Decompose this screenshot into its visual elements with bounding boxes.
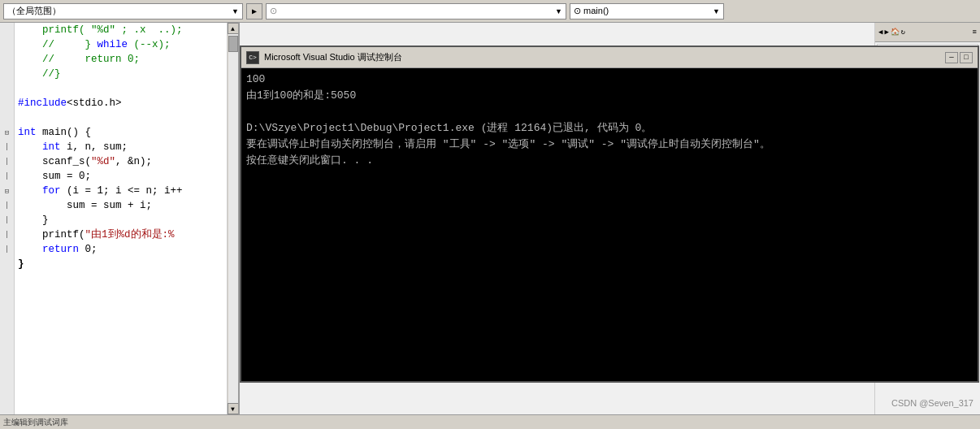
console-titlebar: C> Microsoft Visual Studio 调试控制台 — □	[241, 47, 978, 68]
console-line-4: D:\VSzye\Project1\Debug\Project1.exe (进程…	[246, 120, 973, 136]
console-app-icon: C>	[246, 51, 259, 64]
scroll-down-arrow[interactable]: ▼	[228, 403, 239, 414]
code-line-7	[15, 110, 227, 125]
code-line-11: sum = 0;	[15, 169, 227, 184]
console-window-controls: — □	[945, 52, 973, 63]
gutter-row-15: |	[2, 228, 12, 242]
code-line-14: }	[15, 213, 227, 228]
gutter-row-9: |	[2, 140, 12, 154]
gutter-row-6	[2, 96, 12, 110]
context-icon: ⊙	[270, 6, 277, 16]
scroll-track[interactable]	[228, 34, 238, 403]
console-line-5: 要在调试停止时自动关闭控制台，请启用 "工具" -> "选项" -> "调试" …	[246, 136, 973, 153]
gutter-row-17	[2, 257, 12, 271]
top-toolbar: （全局范围） ▼ ▶ ⊙ ▼ ⊙ main() ▼	[0, 0, 980, 23]
gutter-row-14: |	[2, 213, 12, 228]
context-arrow: ▼	[555, 7, 562, 15]
code-line-15: printf("由1到%d的和是:%	[15, 228, 227, 242]
sidebar-btn-back[interactable]: ◀	[878, 28, 882, 37]
csdn-watermark: CSDN @Seven_317	[891, 398, 973, 408]
console-line-3	[246, 104, 973, 120]
scope-label: （全局范围）	[7, 5, 61, 17]
code-area: ⊟ | | | ⊟ | | | | printf( "%d" ; .x ..);…	[0, 23, 238, 414]
console-title-text: Microsoft Visual Studio 调试控制台	[264, 51, 945, 63]
code-line-5	[15, 81, 227, 96]
sidebar-btn-refresh[interactable]: ↻	[901, 28, 905, 37]
console-line-2: 由1到100的和是:5050	[246, 88, 973, 104]
scroll-thumb[interactable]	[228, 36, 238, 52]
sidebar-btn-fwd[interactable]: ▶	[884, 28, 888, 37]
code-line-4: //}	[15, 67, 227, 81]
code-editor: ⊟ | | | ⊟ | | | | printf( "%d" ; .x ..);…	[0, 23, 240, 414]
code-line-9: int i, n, sum;	[15, 140, 227, 154]
code-line-3: // return 0;	[15, 52, 227, 67]
gutter-row-10: |	[2, 154, 12, 169]
func-arrow: ▼	[713, 7, 720, 15]
func-dropdown[interactable]: ⊙ main() ▼	[570, 3, 724, 20]
vertical-scrollbar[interactable]: ▲ ▼	[227, 23, 238, 414]
func-label: ⊙ main()	[574, 6, 609, 16]
code-line-2: // } while (--x);	[15, 37, 227, 52]
code-line-1: printf( "%d" ; .x ..);	[15, 23, 227, 37]
sidebar-btn-settings[interactable]: ≡	[973, 28, 977, 37]
gutter-collapse-main[interactable]: ⊟	[2, 125, 12, 140]
gutter-row-3	[2, 52, 12, 67]
gutter-row-1	[2, 23, 12, 37]
bottom-bar: 主编辑到调试词库	[0, 414, 980, 429]
console-maximize-button[interactable]: □	[960, 52, 973, 63]
gutter-row-7	[2, 110, 12, 125]
watermark-text: CSDN @Seven_317	[891, 398, 973, 408]
scroll-up-arrow[interactable]: ▲	[228, 23, 239, 34]
console-line-1: 100	[246, 72, 973, 88]
scope-arrow: ▼	[232, 7, 239, 15]
code-line-8: int main() {	[15, 125, 227, 140]
console-line-6: 按任意键关闭此窗口. . .	[246, 153, 973, 169]
gutter-collapse-for[interactable]: ⊟	[2, 184, 12, 198]
code-line-6: #include<stdio.h>	[15, 96, 227, 110]
code-lines: printf( "%d" ; .x ..); // } while (--x);…	[15, 23, 227, 414]
code-line-12: for (i = 1; i <= n; i++	[15, 184, 227, 198]
code-line-17: }	[15, 257, 227, 271]
code-line-13: sum = sum + i;	[15, 198, 227, 213]
console-window: C> Microsoft Visual Studio 调试控制台 — □ 100…	[240, 46, 979, 383]
bottom-bar-text: 主编辑到调试词库	[3, 417, 68, 428]
sidebar-toolbar: ◀ ▶ 🏠 ↻ ≡	[875, 23, 980, 42]
code-line-10: scanf_s("%d", &n);	[15, 154, 227, 169]
code-line-16: return 0;	[15, 242, 227, 257]
console-body: 100 由1到100的和是:5050 D:\VSzye\Project1\Deb…	[241, 68, 978, 381]
gutter: ⊟ | | | ⊟ | | | |	[0, 23, 15, 414]
context-dropdown[interactable]: ⊙ ▼	[266, 3, 566, 20]
gutter-row-16: |	[2, 242, 12, 257]
toolbar-nav-arrow[interactable]: ▶	[246, 3, 262, 20]
main-container: ⊟ | | | ⊟ | | | | printf( "%d" ; .x ..);…	[0, 23, 980, 414]
gutter-row-5	[2, 81, 12, 96]
scope-dropdown[interactable]: （全局范围） ▼	[3, 3, 243, 20]
sidebar-btn-home[interactable]: 🏠	[891, 28, 900, 37]
console-minimize-button[interactable]: —	[945, 52, 958, 63]
gutter-row-4	[2, 67, 12, 81]
gutter-row-11: |	[2, 169, 12, 184]
gutter-row-13: |	[2, 198, 12, 213]
gutter-row-2	[2, 37, 12, 52]
